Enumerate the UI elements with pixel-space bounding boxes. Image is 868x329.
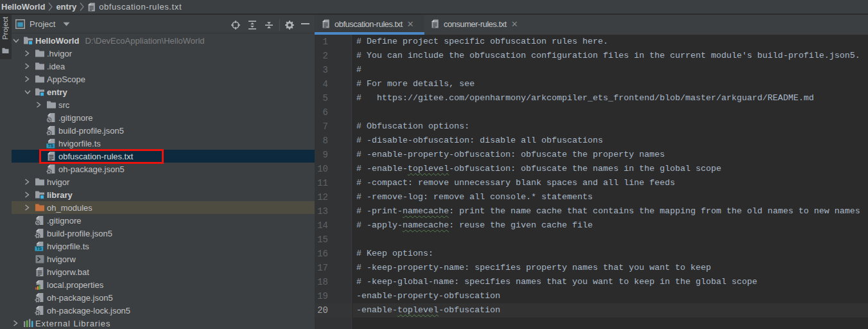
svg-text:TS: TS <box>36 246 42 251</box>
svg-text:TS: TS <box>48 143 53 148</box>
